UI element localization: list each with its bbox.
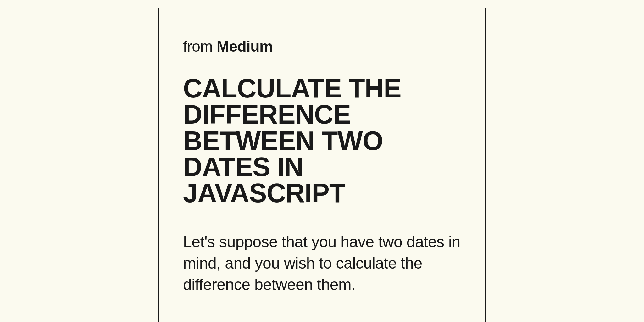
source-publisher: Medium: [217, 38, 273, 55]
article-title: CALCULATE THE DIFFERENCE BETWEEN TWO DAT…: [183, 75, 461, 206]
source-prefix: from: [183, 38, 217, 55]
article-body: Let's suppose that you have two dates in…: [183, 231, 461, 295]
article-card: from Medium CALCULATE THE DIFFERENCE BET…: [158, 8, 486, 322]
article-source: from Medium: [183, 38, 461, 55]
